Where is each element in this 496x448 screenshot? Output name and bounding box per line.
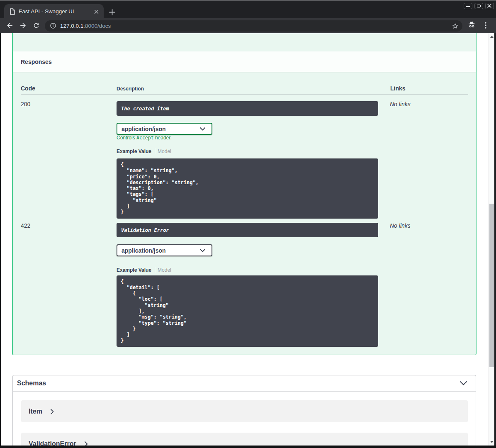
example-json-200: { "name": "string", "price": 0, "descrip… — [117, 158, 378, 219]
reload-icon — [33, 22, 40, 29]
page-scrollbar[interactable] — [489, 33, 494, 446]
page-favicon-icon — [10, 8, 15, 15]
scrollbar-thumb[interactable] — [489, 204, 494, 367]
example-json-422: { "detail": [ { "loc": [ "string" ], "ms… — [117, 275, 378, 347]
window-edge-left — [0, 33, 1, 448]
browser-toolbar: 127.0.0.1:8000/docs — [0, 18, 496, 33]
responses-title: Responses — [21, 58, 52, 65]
scrollbar-down-arrow[interactable] — [490, 441, 494, 443]
swagger-page: Responses Code Description Links 200 The… — [1, 33, 489, 448]
schemas-header[interactable]: Schemas — [13, 375, 476, 392]
response-links-200: No links — [390, 101, 411, 107]
tab-example-value[interactable]: Example Value — [117, 267, 151, 273]
response-code-422: 422 — [21, 222, 30, 229]
browser-window: Fast API - Swagger UI 127.0.0 — [0, 0, 496, 448]
model-chevron-right-icon — [51, 409, 54, 414]
forward-arrow-icon — [19, 22, 27, 29]
tab-close-icon[interactable] — [92, 7, 100, 16]
table-header-divider — [21, 94, 468, 95]
maximize-icon — [477, 5, 481, 8]
tab-example-value[interactable]: Example Value — [117, 149, 151, 154]
scrollbar-up-arrow[interactable] — [490, 36, 494, 38]
response-description-200: The created item — [117, 101, 378, 116]
tab-divider — [155, 267, 155, 273]
column-header-links: Links — [390, 85, 406, 92]
back-arrow-icon — [6, 22, 14, 29]
site-info-icon[interactable] — [50, 22, 56, 29]
schemas-title: Schemas — [17, 380, 46, 387]
select-chevron-down-icon — [200, 127, 205, 131]
tab-model[interactable]: Model — [158, 149, 171, 154]
schemas-chevron-down-icon[interactable] — [460, 381, 467, 385]
url-text: 127.0.0.1:8000/docs — [60, 22, 111, 29]
accept-header-note: Controls Accept header. — [117, 135, 172, 141]
browser-menu-button[interactable] — [483, 20, 488, 31]
url-path: :8000/docs — [83, 23, 111, 29]
browser-tab[interactable]: Fast API - Swagger UI — [4, 4, 104, 19]
response-links-422: No links — [390, 222, 411, 229]
tab-model[interactable]: Model — [158, 267, 171, 273]
schemas-section: Schemas Item ValidationError — [12, 375, 476, 448]
forward-button[interactable] — [17, 20, 28, 31]
new-tab-button[interactable] — [107, 8, 117, 16]
three-dots-icon — [485, 22, 486, 29]
window-maximize-button[interactable] — [474, 3, 484, 9]
tab-divider — [155, 148, 155, 154]
window-controls — [464, 3, 494, 9]
bookmark-star-icon[interactable] — [452, 22, 459, 29]
tab-title: Fast API - Swagger UI — [19, 8, 89, 15]
responses-section-header: Responses — [13, 51, 476, 72]
window-edge-bottom — [0, 446, 496, 448]
back-button[interactable] — [4, 20, 15, 31]
response-description-422: Validation Error — [117, 223, 378, 237]
response-code-200: 200 — [21, 101, 30, 107]
close-icon — [487, 4, 491, 8]
column-header-code: Code — [21, 85, 35, 92]
media-type-select-200[interactable]: application/json — [117, 123, 212, 135]
schema-model-item[interactable]: Item — [21, 400, 468, 422]
column-header-description: Description — [117, 86, 144, 92]
incognito-icon — [468, 22, 475, 28]
address-bar[interactable]: 127.0.0.1:8000/docs — [45, 20, 462, 32]
example-model-tabs-422: Example Value Model — [117, 267, 171, 273]
reload-button[interactable] — [31, 20, 41, 31]
minimize-icon — [466, 6, 470, 7]
browser-titlebar: Fast API - Swagger UI — [0, 0, 496, 18]
opblock-post: Responses Code Description Links 200 The… — [12, 33, 477, 355]
window-edge-right — [494, 33, 496, 448]
example-model-tabs-200: Example Value Model — [117, 148, 171, 154]
window-close-button[interactable] — [485, 3, 494, 9]
window-minimize-button[interactable] — [464, 3, 473, 9]
url-host: 127.0.0.1 — [60, 23, 83, 29]
media-type-select-422[interactable]: application/json — [117, 244, 212, 256]
select-chevron-down-icon — [200, 249, 205, 252]
